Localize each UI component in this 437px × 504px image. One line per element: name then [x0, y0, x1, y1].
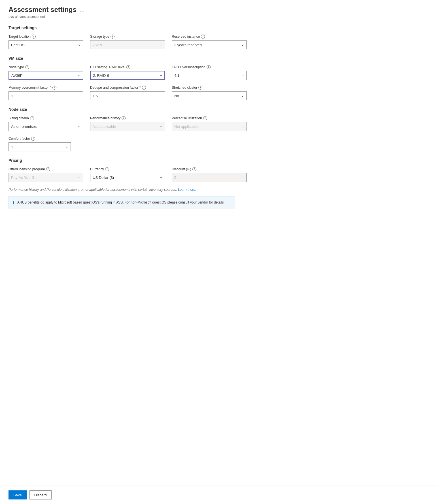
select-currency[interactable]: US Dollar ($) Euro (€) British Pound (£) [90, 173, 165, 182]
label-storage-type: Storage type i [90, 35, 165, 39]
select-target-location[interactable]: East US East US 2 West US West US 2 [9, 40, 83, 49]
required-star-memory: * [50, 86, 51, 90]
form-group-ftt-setting: FTT setting, RAID level i 1, RAID-1 1, R… [90, 65, 165, 80]
comfort-factor-select[interactable]: 1 1.1 1.2 1.3 1.5 2 [9, 142, 71, 151]
section-pricing: Pricing [9, 158, 247, 163]
section-node-size: Node size [9, 107, 247, 112]
sizing-criteria-select[interactable]: As on-premises Performance-based [9, 122, 83, 131]
footer: Save Discard [0, 486, 437, 504]
select-ftt-setting[interactable]: 1, RAID-1 1, RAID-5 2, RAID-1 2, RAID-6 [90, 71, 165, 80]
reserved-instance-select[interactable]: None 1 year reserved 3 years reserved [172, 40, 247, 49]
form-group-currency: Currency i US Dollar ($) Euro (€) Britis… [90, 167, 165, 182]
page-title: Assessment settings [9, 6, 77, 14]
form-group-performance-history: Performance history i Not applicable [90, 116, 165, 131]
cpu-oversubscription-select[interactable]: 2:1 4:1 6:1 8:1 [172, 71, 247, 80]
label-ftt-setting: FTT setting, RAID level i [90, 65, 165, 69]
memory-overcommit-input[interactable] [9, 91, 83, 100]
label-memory-overcommit: Memory overcommit factor * i [9, 86, 83, 90]
label-currency: Currency i [90, 167, 165, 171]
info-icon-performance-history[interactable]: i [122, 116, 126, 120]
target-location-select[interactable]: East US East US 2 West US West US 2 [9, 40, 83, 49]
label-offer-licensing: Offer/Licensing program i [9, 167, 83, 171]
vm-size-row1: Node type i AV36P AV36 AV52 FTT setting,… [9, 65, 247, 80]
form-group-offer-licensing: Offer/Licensing program i Pay-As-You-Go [9, 167, 83, 182]
offer-licensing-select: Pay-As-You-Go [9, 173, 83, 182]
section-target-settings: Target settings [9, 26, 247, 30]
info-icon-sizing-criteria[interactable]: i [30, 116, 34, 120]
performance-history-select: Not applicable [90, 122, 165, 131]
form-group-dedupe-compression: Dedupe and compression factor * i [90, 86, 165, 100]
select-cpu-oversubscription[interactable]: 2:1 4:1 6:1 8:1 [172, 71, 247, 80]
form-group-node-type: Node type i AV36P AV36 AV52 [9, 65, 83, 80]
select-storage-type: vSAN [90, 40, 165, 49]
stretched-cluster-select[interactable]: No Yes [172, 91, 247, 100]
label-stretched-cluster: Stretched cluster i [172, 86, 247, 90]
node-size-row2: Comfort factor i 1 1.1 1.2 1.3 1.5 2 [9, 137, 247, 151]
save-button[interactable]: Save [9, 490, 27, 499]
form-group-cpu-oversubscription: CPU Oversubscription i 2:1 4:1 6:1 8:1 [172, 65, 247, 80]
label-performance-history: Performance history i [90, 116, 165, 120]
info-icon-storage-type[interactable]: i [111, 35, 114, 39]
form-group-memory-overcommit: Memory overcommit factor * i [9, 86, 83, 100]
info-icon-percentile-utilization[interactable]: i [203, 116, 207, 120]
label-discount: Discount (%) i [172, 167, 247, 171]
select-reserved-instance[interactable]: None 1 year reserved 3 years reserved [172, 40, 247, 49]
info-icon-currency[interactable]: i [105, 167, 109, 171]
form-group-target-location: Target location i East US East US 2 West… [9, 35, 83, 49]
form-group-spacer2 [166, 137, 247, 151]
footnote-text: Performance history and Percentile utili… [9, 188, 230, 192]
info-icon-offer-licensing[interactable]: i [46, 167, 50, 171]
info-banner: ℹ AHUB benefits do apply to Microsoft ba… [9, 196, 235, 209]
info-icon-comfort-factor[interactable]: i [31, 137, 35, 141]
info-banner-icon: ℹ [13, 200, 14, 206]
form-group-percentile-utilization: Percentile utilization i Not applicable [172, 116, 247, 131]
form-group-storage-type: Storage type i vSAN [90, 35, 165, 49]
label-percentile-utilization: Percentile utilization i [172, 116, 247, 120]
form-group-comfort-factor: Comfort factor i 1 1.1 1.2 1.3 1.5 2 [9, 137, 71, 151]
select-stretched-cluster[interactable]: No Yes [172, 91, 247, 100]
info-icon-ftt-setting[interactable]: i [126, 65, 130, 69]
form-group-spacer [78, 137, 159, 151]
ftt-setting-select[interactable]: 1, RAID-1 1, RAID-5 2, RAID-1 2, RAID-6 [90, 71, 165, 80]
currency-select[interactable]: US Dollar ($) Euro (€) British Pound (£) [90, 173, 165, 182]
info-icon-reserved-instance[interactable]: i [201, 35, 205, 39]
info-icon-stretched-cluster[interactable]: i [198, 86, 202, 90]
target-settings-row: Target location i East US East US 2 West… [9, 35, 247, 49]
label-comfort-factor: Comfort factor i [9, 137, 71, 141]
storage-type-select: vSAN [90, 40, 165, 49]
label-reserved-instance: Reserved instance i [172, 35, 247, 39]
discard-button[interactable]: Discard [29, 490, 52, 499]
label-sizing-criteria: Sizing criteria i [9, 116, 83, 120]
form-group-stretched-cluster: Stretched cluster i No Yes [172, 86, 247, 100]
select-comfort-factor[interactable]: 1 1.1 1.2 1.3 1.5 2 [9, 142, 71, 151]
info-icon-target-location[interactable]: i [32, 35, 36, 39]
learn-more-link[interactable]: Learn more. [178, 188, 196, 192]
label-target-location: Target location i [9, 35, 83, 39]
page-subtitle: avs-all-vms-assessment [9, 15, 247, 19]
label-node-type: Node type i [9, 65, 83, 69]
form-group-sizing-criteria: Sizing criteria i As on-premises Perform… [9, 116, 83, 131]
form-group-reserved-instance: Reserved instance i None 1 year reserved… [172, 35, 247, 49]
info-icon-node-type[interactable]: i [25, 65, 29, 69]
discount-input [172, 173, 247, 182]
select-offer-licensing: Pay-As-You-Go [9, 173, 83, 182]
dedupe-compression-input[interactable] [90, 91, 165, 100]
required-star-dedupe: * [139, 86, 141, 90]
form-group-discount: Discount (%) i [172, 167, 247, 182]
node-size-row1: Sizing criteria i As on-premises Perform… [9, 116, 247, 131]
select-sizing-criteria[interactable]: As on-premises Performance-based [9, 122, 83, 131]
section-vm-size: VM size [9, 56, 247, 61]
select-performance-history: Not applicable [90, 122, 165, 131]
info-icon-discount[interactable]: i [192, 167, 196, 171]
node-type-select[interactable]: AV36P AV36 AV52 [9, 71, 83, 80]
info-banner-text: AHUB benefits do apply to Microsoft base… [17, 200, 224, 205]
more-options-icon[interactable]: ... [79, 7, 85, 13]
info-icon-cpu-oversubscription[interactable]: i [207, 65, 211, 69]
info-icon-memory-overcommit[interactable]: i [52, 86, 56, 90]
pricing-row: Offer/Licensing program i Pay-As-You-Go … [9, 167, 247, 182]
info-icon-dedupe-compression[interactable]: i [142, 86, 146, 90]
select-percentile-utilization: Not applicable [172, 122, 247, 131]
vm-size-row2: Memory overcommit factor * i Dedupe and … [9, 86, 247, 100]
select-node-type[interactable]: AV36P AV36 AV52 [9, 71, 83, 80]
label-cpu-oversubscription: CPU Oversubscription i [172, 65, 247, 69]
